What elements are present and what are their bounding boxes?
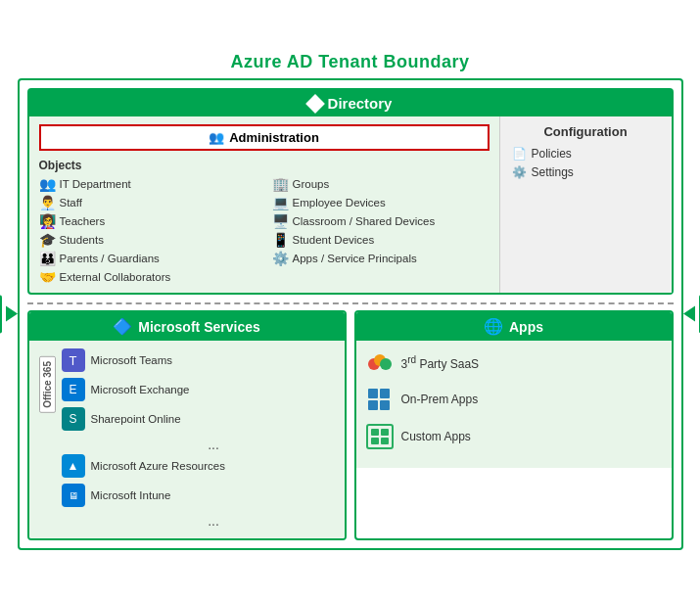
policies-label: Policies xyxy=(532,147,572,161)
onprem-label: On-Prem Apps xyxy=(401,393,479,406)
list-item: 🤝 External Collaborators xyxy=(39,269,257,285)
list-item: 👨‍💼 Staff xyxy=(39,195,257,210)
directory-body: 👥 Administration Objects 👥 IT Department xyxy=(29,116,672,293)
settings-label: Settings xyxy=(532,165,574,179)
bottom-row: 🔷 Microsoft Services Office 365 T Micros… xyxy=(27,310,674,540)
list-item: 🖥️ Classroom / Shared Devices xyxy=(272,213,490,229)
svg-rect-8 xyxy=(371,429,379,436)
ms-sharepoint-label: Sharepoint Online xyxy=(91,413,181,425)
list-item: 🎓 Students xyxy=(39,232,257,248)
settings-icon: ⚙️ xyxy=(512,165,527,179)
list-item: 👪 Parents / Guardians xyxy=(39,251,257,266)
ms-services-icon: 🔷 xyxy=(113,317,132,336)
saas-icon xyxy=(366,348,394,376)
external-collab-icon: 🤝 xyxy=(39,269,56,285)
list-item: ⚙️ Apps / Service Principals xyxy=(272,251,490,266)
tenant-title: Azure AD Tenant Boundary xyxy=(18,52,683,72)
it-dept-icon: 👥 xyxy=(39,176,56,192)
ms-dots-2: ... xyxy=(62,513,339,529)
arrow-left-icon-right xyxy=(683,306,695,322)
teachers-icon: 👩‍🏫 xyxy=(39,213,56,229)
employee-devices-label: Employee Devices xyxy=(293,197,386,208)
svg-rect-5 xyxy=(368,400,378,410)
apps-section: 🌐 Apps 3rd Party xyxy=(354,310,674,540)
staff-icon: 👨‍💼 xyxy=(39,195,56,210)
config-title: Configuration xyxy=(512,124,660,139)
admin-person-icon: 👥 xyxy=(209,130,224,145)
arrow-right-icon-left xyxy=(6,306,18,322)
ms-items: T Microsoft Teams E Microsoft Exchange S… xyxy=(62,348,339,531)
onprem-icon xyxy=(366,386,394,413)
svg-rect-11 xyxy=(381,438,389,444)
parents-label: Parents / Guardians xyxy=(60,253,160,264)
svg-rect-7 xyxy=(367,425,393,448)
ms-exchange-item: E Microsoft Exchange xyxy=(62,378,339,401)
apps-principals-icon: ⚙️ xyxy=(272,251,289,266)
trust-left-label: Trust xyxy=(0,296,2,334)
external-collab-label: External Collaborators xyxy=(60,271,171,283)
exchange-icon: E xyxy=(62,378,85,401)
classroom-devices-icon: 🖥️ xyxy=(272,213,289,229)
ms-teams-label: Microsoft Teams xyxy=(91,354,173,366)
svg-rect-3 xyxy=(368,389,378,398)
ms-services-title: Microsoft Services xyxy=(138,319,260,335)
directory-section: Directory 👥 Administration Objects xyxy=(27,88,674,295)
teams-icon: T xyxy=(62,348,85,372)
ms-services-section: 🔷 Microsoft Services Office 365 T Micros… xyxy=(27,310,347,540)
intune-icon: 🖥 xyxy=(62,484,85,507)
students-label: Students xyxy=(60,234,104,246)
tenant-border: Directory 👥 Administration Objects xyxy=(18,78,683,550)
student-devices-icon: 📱 xyxy=(272,232,289,248)
ms-exchange-label: Microsoft Exchange xyxy=(91,384,190,395)
trust-right: Trust xyxy=(683,296,701,334)
ms-azure-item: ▲ Microsoft Azure Resources xyxy=(62,454,339,478)
custom-label: Custom Apps xyxy=(401,430,471,443)
svg-rect-9 xyxy=(381,429,389,436)
list-item: 👩‍🏫 Teachers xyxy=(39,213,257,229)
trust-left: Trust xyxy=(0,296,18,334)
ms-sharepoint-item: S Sharepoint Online xyxy=(62,407,339,431)
config-settings: ⚙️ Settings xyxy=(512,165,660,179)
svg-rect-4 xyxy=(380,389,390,398)
admin-label: Administration xyxy=(229,130,319,145)
svg-point-2 xyxy=(380,358,392,370)
objects-grid: 👥 IT Department 🏢 Groups 👨‍💼 Staff xyxy=(39,176,490,285)
config-policies: 📄 Policies xyxy=(512,147,660,161)
apps-header: 🌐 Apps xyxy=(356,312,672,341)
saas-label: 3rd Party SaaS xyxy=(401,354,480,371)
main-container: Azure AD Tenant Boundary Trust Trust Dir… xyxy=(18,52,683,550)
list-item: 🏢 Groups xyxy=(272,176,490,192)
apps-header-icon: 🌐 xyxy=(484,317,503,336)
parents-icon: 👪 xyxy=(39,251,56,266)
ms-teams-item: T Microsoft Teams xyxy=(62,348,339,372)
sharepoint-icon: S xyxy=(62,407,85,431)
directory-title: Directory xyxy=(328,95,393,112)
list-item: 👥 IT Department xyxy=(39,176,257,192)
apps-title: Apps xyxy=(509,319,543,335)
policies-icon: 📄 xyxy=(512,147,527,161)
teachers-label: Teachers xyxy=(60,215,106,227)
office365-label-wrap: Office 365 xyxy=(39,348,56,531)
onprem-item: On-Prem Apps xyxy=(366,386,662,413)
custom-icon xyxy=(366,423,394,450)
students-icon: 🎓 xyxy=(39,232,56,248)
ms-azure-label: Microsoft Azure Resources xyxy=(91,460,225,472)
ms-dots-1: ... xyxy=(62,437,339,452)
directory-header: Directory xyxy=(29,90,672,116)
ms-intune-label: Microsoft Intune xyxy=(91,489,171,501)
apps-body: 3rd Party SaaS On-Pr xyxy=(356,341,672,468)
ms-services-header: 🔷 Microsoft Services xyxy=(29,312,345,341)
employee-devices-icon: 💻 xyxy=(272,195,289,210)
config-section: Configuration 📄 Policies ⚙️ Settings xyxy=(500,116,672,293)
groups-label: Groups xyxy=(293,178,330,190)
ms-services-body: Office 365 T Microsoft Teams E Microsoft… xyxy=(29,341,345,538)
it-dept-label: IT Department xyxy=(60,178,131,190)
directory-diamond-icon xyxy=(305,94,325,114)
svg-rect-6 xyxy=(380,400,390,410)
student-devices-label: Student Devices xyxy=(293,234,375,246)
saas-item: 3rd Party SaaS xyxy=(366,348,662,376)
admin-box: 👥 Administration xyxy=(39,124,490,151)
objects-label: Objects xyxy=(39,159,490,172)
svg-rect-10 xyxy=(371,438,379,444)
groups-icon: 🏢 xyxy=(272,176,289,192)
